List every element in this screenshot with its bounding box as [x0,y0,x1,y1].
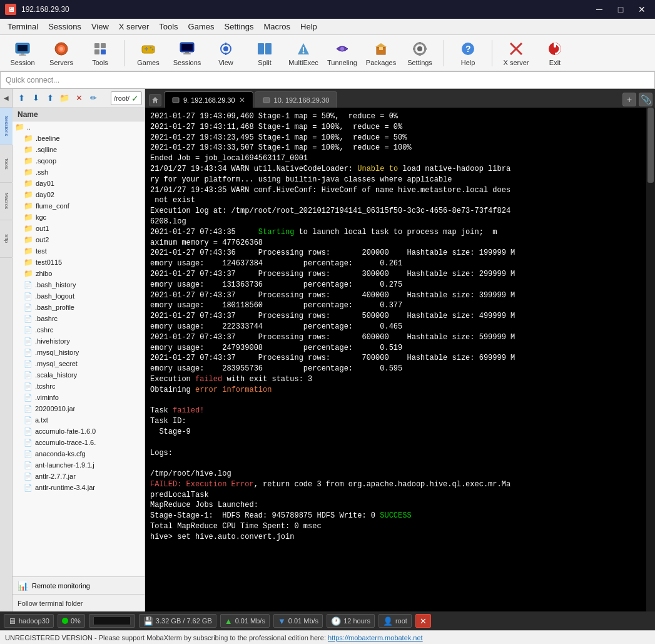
list-item[interactable]: 📄accumulo-fate-1.6.0 [13,426,145,437]
toolbar-settings[interactable]: Settings [402,38,437,68]
list-item[interactable]: 📄.bash_history [13,279,145,290]
list-item[interactable]: 📄.tcshrc [13,381,145,392]
side-macros-tab[interactable]: Macros [0,183,13,220]
list-item[interactable]: 📁.beeline [13,133,145,144]
list-item[interactable]: 📁test0115 [13,257,145,268]
menu-tools[interactable]: Tools [154,20,183,33]
toolbar-tools[interactable]: Tools [83,38,118,68]
collapse-panel-button[interactable]: ◀ [0,89,12,108]
list-item[interactable]: 📁test [13,245,145,257]
svg-rect-35 [419,42,421,44]
new-tab-button[interactable]: + [622,93,636,106]
menu-sessions[interactable]: Sessions [43,20,86,33]
list-item[interactable]: 📄.bash_profile [13,302,145,313]
list-item[interactable]: 📁kgc [13,212,145,223]
toolbar-exit[interactable]: Exit [537,38,572,68]
side-sessions-tab[interactable]: Sessions [0,108,13,145]
toolbar-multiexec[interactable]: MultiExec [286,38,321,68]
svg-rect-46 [263,98,270,103]
list-item[interactable]: 📄.hivehistory [13,335,145,347]
list-item[interactable]: 📄antlr-runtime-3.4.jar [13,482,145,493]
tab-9-close[interactable]: ✕ [239,96,245,105]
unregistered-link[interactable]: https://mobaxterm.mobatek.net [328,634,423,641]
maximize-button[interactable]: □ [612,3,629,16]
folder-icon: 📁 [24,156,33,165]
list-item[interactable]: 📁zhibo [13,268,145,279]
tab-options-button[interactable]: 📎 [639,93,652,106]
list-item[interactable]: 📁out2 [13,234,145,245]
terminal-scrollbar[interactable] [646,108,655,611]
minimize-button[interactable]: ─ [591,3,607,16]
list-item[interactable]: 📁.sqlline [13,144,145,155]
menu-view[interactable]: View [86,20,114,33]
follow-terminal-folder-bar[interactable]: Follow terminal folder [13,594,145,611]
toolbar-sep3 [492,40,492,66]
path-text: /root/ [114,95,129,102]
list-item[interactable]: 📁.sqoop [13,155,145,166]
list-item[interactable]: 📄.viminfo [13,392,145,403]
fp-upload-button[interactable]: ⬆ [44,92,56,105]
toolbar-split[interactable]: Split [247,38,282,68]
list-item[interactable]: 📄.bashrc [13,313,145,324]
menu-games[interactable]: Games [183,20,220,33]
menu-help[interactable]: Help [295,20,322,33]
menu-settings[interactable]: Settings [220,20,259,33]
file-name-label: antlr-runtime-3.4.jar [35,484,95,491]
fp-rename-button[interactable]: ✏ [87,92,99,105]
file-name-label: accumulo-fate-1.6.0 [35,427,96,435]
clock-icon: 🕐 [331,616,341,626]
multiexec-icon [295,40,312,58]
side-tools-tab[interactable]: Tools [0,145,13,183]
toolbar-help[interactable]: ? Help [450,38,485,68]
svg-rect-24 [258,43,264,54]
menu-macros[interactable]: Macros [258,20,295,33]
toolbar-sep2 [444,40,444,66]
list-item[interactable]: 📁day02 [13,189,145,200]
list-item[interactable]: 📄anaconda-ks.cfg [13,448,145,459]
menu-terminal[interactable]: Terminal [3,20,43,33]
remote-monitoring-bar[interactable]: 📊 Remote monitoring [13,576,145,594]
fp-new-folder-button[interactable]: 📁 [58,92,71,105]
file-icon: 📄 [24,315,33,323]
list-item[interactable]: 📁flume_conf [13,200,145,212]
toolbar-xserver[interactable]: X server [499,38,534,68]
close-button[interactable]: ✕ [634,3,650,16]
fp-download-button[interactable]: ⬇ [29,92,42,105]
home-tab-button[interactable] [149,94,161,106]
list-item[interactable]: 📄accumulo-trace-1.6. [13,437,145,448]
list-item[interactable]: 📄.mysql_secret [13,358,145,369]
toolbar-view[interactable]: View [208,38,243,68]
file-name-label: .. [27,123,31,131]
toolbar-tunneling[interactable]: Tunneling [325,38,360,68]
fp-up-button[interactable]: ⬆ [15,92,28,105]
fp-delete-button[interactable]: ✕ [73,92,85,105]
list-item[interactable]: 📄ant-launcher-1.9.1.j [13,459,145,471]
svg-rect-10 [101,49,106,54]
list-item[interactable]: 📁out1 [13,223,145,234]
tab-9[interactable]: 9. 192.168.29.30 ✕ [164,91,253,108]
terminal-scrollbar-thumb[interactable] [647,108,654,183]
list-item[interactable]: 📄20200910.jar [13,403,145,414]
list-item[interactable]: 📄a.txt [13,414,145,426]
toolbar-servers[interactable]: Servers [44,38,79,68]
toolbar-session[interactable]: Session [5,38,40,68]
list-item[interactable]: 📁.ssh [13,166,145,178]
toolbar-exit-label: Exit [549,59,561,66]
list-item[interactable]: 📄antlr-2.7.7.jar [13,471,145,482]
status-cpu-value: 0% [71,617,81,625]
toolbar-sessions[interactable]: Sessions [170,38,205,68]
terminal[interactable]: 2021-01-27 19:43:09,460 Stage-1 map = 50… [145,108,655,611]
side-sftp-tab[interactable]: Sftp [0,220,13,258]
status-close[interactable]: ✕ [415,614,431,628]
list-item[interactable]: 📄.scala_history [13,369,145,381]
toolbar-packages[interactable]: Packages [363,38,399,68]
list-item[interactable]: 📁.. [13,121,145,133]
toolbar-games[interactable]: Games [131,38,166,68]
file-name-label: .tcshrc [35,382,55,390]
list-item[interactable]: 📄.mysql_history [13,347,145,358]
list-item[interactable]: 📄.bash_logout [13,290,145,302]
menu-xserver[interactable]: X server [114,20,154,33]
tab-10[interactable]: 10. 192.168.29.30 [255,91,338,108]
list-item[interactable]: 📄.cshrc [13,324,145,335]
list-item[interactable]: 📁day01 [13,178,145,189]
